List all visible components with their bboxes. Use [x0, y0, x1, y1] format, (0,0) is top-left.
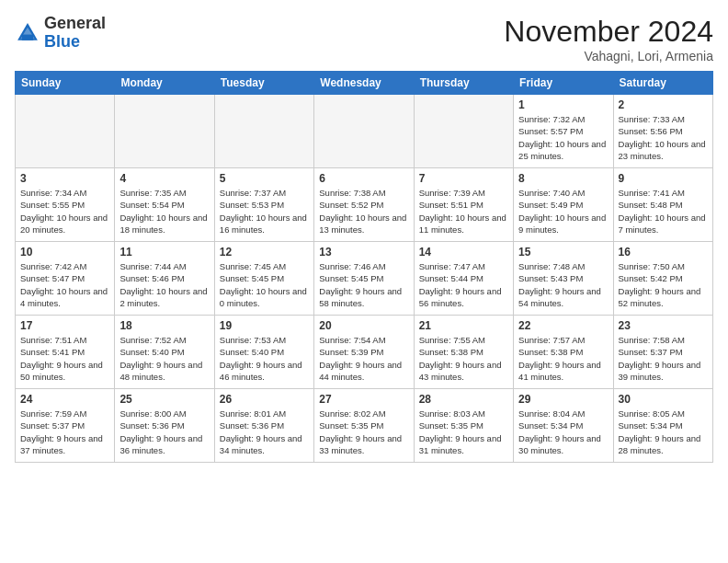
day-number: 8 [518, 172, 608, 185]
calendar-day-empty [414, 95, 513, 168]
day-info: Sunrise: 7:58 AM Sunset: 5:37 PM Dayligh… [619, 334, 708, 383]
day-number: 24 [20, 393, 109, 406]
day-info: Sunrise: 7:53 AM Sunset: 5:40 PM Dayligh… [220, 334, 309, 383]
calendar-day-12: 12Sunrise: 7:45 AM Sunset: 5:45 PM Dayli… [214, 242, 313, 316]
day-info: Sunrise: 7:48 AM Sunset: 5:43 PM Dayligh… [518, 260, 608, 309]
day-info: Sunrise: 7:52 AM Sunset: 5:40 PM Dayligh… [119, 334, 209, 383]
weekday-header-row: SundayMondayTuesdayWednesdayThursdayFrid… [16, 72, 713, 95]
day-info: Sunrise: 8:01 AM Sunset: 5:36 PM Dayligh… [220, 408, 309, 456]
day-number: 6 [319, 172, 408, 185]
calendar-day-empty [314, 95, 414, 168]
day-number: 14 [419, 246, 508, 259]
day-number: 11 [119, 246, 209, 259]
day-info: Sunrise: 7:47 AM Sunset: 5:44 PM Dayligh… [419, 260, 508, 309]
day-number: 20 [319, 319, 408, 332]
calendar-day-17: 17Sunrise: 7:51 AM Sunset: 5:41 PM Dayli… [16, 316, 115, 389]
day-info: Sunrise: 8:05 AM Sunset: 5:34 PM Dayligh… [619, 408, 708, 456]
calendar-day-6: 6Sunrise: 7:38 AM Sunset: 5:52 PM Daylig… [314, 168, 414, 242]
day-number: 10 [20, 246, 109, 259]
day-info: Sunrise: 7:44 AM Sunset: 5:46 PM Dayligh… [119, 260, 209, 309]
logo: General Blue [15, 15, 106, 52]
day-number: 23 [619, 319, 708, 332]
calendar-day-8: 8Sunrise: 7:40 AM Sunset: 5:49 PM Daylig… [514, 168, 613, 242]
calendar-day-30: 30Sunrise: 8:05 AM Sunset: 5:34 PM Dayli… [613, 389, 712, 463]
weekday-header-monday: Monday [115, 72, 214, 95]
day-info: Sunrise: 7:35 AM Sunset: 5:54 PM Dayligh… [119, 187, 209, 236]
logo-blue-text: Blue [44, 32, 80, 51]
day-info: Sunrise: 7:57 AM Sunset: 5:38 PM Dayligh… [518, 334, 608, 383]
weekday-header-saturday: Saturday [613, 72, 712, 95]
day-number: 22 [518, 319, 608, 332]
calendar-day-3: 3Sunrise: 7:34 AM Sunset: 5:55 PM Daylig… [16, 168, 115, 242]
day-number: 21 [419, 319, 508, 332]
day-info: Sunrise: 8:02 AM Sunset: 5:35 PM Dayligh… [319, 408, 408, 456]
weekday-header-friday: Friday [514, 72, 613, 95]
calendar-day-11: 11Sunrise: 7:44 AM Sunset: 5:46 PM Dayli… [115, 242, 214, 316]
day-number: 1 [518, 98, 608, 111]
day-number: 7 [419, 172, 508, 185]
calendar-day-9: 9Sunrise: 7:41 AM Sunset: 5:48 PM Daylig… [613, 168, 712, 242]
day-number: 15 [518, 246, 608, 259]
day-info: Sunrise: 7:32 AM Sunset: 5:57 PM Dayligh… [518, 113, 608, 162]
calendar-day-20: 20Sunrise: 7:54 AM Sunset: 5:39 PM Dayli… [314, 316, 414, 389]
logo-general-text: General [44, 14, 106, 32]
calendar-week-row: 24Sunrise: 7:59 AM Sunset: 5:37 PM Dayli… [16, 389, 713, 463]
weekday-header-sunday: Sunday [16, 72, 115, 95]
title-block: November 2024 Vahagni, Lori, Armenia [504, 15, 713, 63]
day-info: Sunrise: 7:34 AM Sunset: 5:55 PM Dayligh… [20, 187, 109, 236]
day-number: 30 [619, 393, 708, 406]
day-info: Sunrise: 7:55 AM Sunset: 5:38 PM Dayligh… [419, 334, 508, 383]
weekday-header-tuesday: Tuesday [214, 72, 313, 95]
logo-icon [15, 20, 40, 46]
calendar-table: SundayMondayTuesdayWednesdayThursdayFrid… [15, 71, 713, 463]
calendar-day-10: 10Sunrise: 7:42 AM Sunset: 5:47 PM Dayli… [16, 242, 115, 316]
calendar-day-7: 7Sunrise: 7:39 AM Sunset: 5:51 PM Daylig… [414, 168, 513, 242]
calendar-day-empty [115, 95, 214, 168]
day-number: 5 [220, 172, 309, 185]
day-info: Sunrise: 7:37 AM Sunset: 5:53 PM Dayligh… [220, 187, 309, 236]
day-info: Sunrise: 7:41 AM Sunset: 5:48 PM Dayligh… [619, 187, 708, 236]
day-number: 4 [119, 172, 209, 185]
day-number: 2 [619, 98, 708, 111]
calendar-week-row: 10Sunrise: 7:42 AM Sunset: 5:47 PM Dayli… [16, 242, 713, 316]
svg-rect-2 [22, 34, 33, 40]
calendar-week-row: 17Sunrise: 7:51 AM Sunset: 5:41 PM Dayli… [16, 316, 713, 389]
day-number: 29 [518, 393, 608, 406]
calendar-day-5: 5Sunrise: 7:37 AM Sunset: 5:53 PM Daylig… [214, 168, 313, 242]
day-info: Sunrise: 7:46 AM Sunset: 5:45 PM Dayligh… [319, 260, 408, 309]
day-info: Sunrise: 8:04 AM Sunset: 5:34 PM Dayligh… [518, 408, 608, 456]
day-info: Sunrise: 7:33 AM Sunset: 5:56 PM Dayligh… [619, 113, 708, 162]
calendar-day-23: 23Sunrise: 7:58 AM Sunset: 5:37 PM Dayli… [613, 316, 712, 389]
calendar-day-18: 18Sunrise: 7:52 AM Sunset: 5:40 PM Dayli… [115, 316, 214, 389]
day-number: 9 [619, 172, 708, 185]
day-number: 3 [20, 172, 109, 185]
calendar-day-26: 26Sunrise: 8:01 AM Sunset: 5:36 PM Dayli… [214, 389, 313, 463]
weekday-header-thursday: Thursday [414, 72, 513, 95]
day-info: Sunrise: 8:03 AM Sunset: 5:35 PM Dayligh… [419, 408, 508, 456]
page-header: General Blue November 2024 Vahagni, Lori… [15, 15, 713, 63]
day-number: 19 [220, 319, 309, 332]
location-text: Vahagni, Lori, Armenia [504, 49, 713, 63]
calendar-day-27: 27Sunrise: 8:02 AM Sunset: 5:35 PM Dayli… [314, 389, 414, 463]
day-info: Sunrise: 7:51 AM Sunset: 5:41 PM Dayligh… [20, 334, 109, 383]
calendar-day-16: 16Sunrise: 7:50 AM Sunset: 5:42 PM Dayli… [613, 242, 712, 316]
calendar-day-22: 22Sunrise: 7:57 AM Sunset: 5:38 PM Dayli… [514, 316, 613, 389]
calendar-day-28: 28Sunrise: 8:03 AM Sunset: 5:35 PM Dayli… [414, 389, 513, 463]
day-info: Sunrise: 7:45 AM Sunset: 5:45 PM Dayligh… [220, 260, 309, 309]
day-info: Sunrise: 7:42 AM Sunset: 5:47 PM Dayligh… [20, 260, 109, 309]
calendar-day-21: 21Sunrise: 7:55 AM Sunset: 5:38 PM Dayli… [414, 316, 513, 389]
day-number: 27 [319, 393, 408, 406]
day-info: Sunrise: 7:40 AM Sunset: 5:49 PM Dayligh… [518, 187, 608, 236]
calendar-day-4: 4Sunrise: 7:35 AM Sunset: 5:54 PM Daylig… [115, 168, 214, 242]
day-info: Sunrise: 7:39 AM Sunset: 5:51 PM Dayligh… [419, 187, 508, 236]
day-number: 25 [119, 393, 209, 406]
calendar-week-row: 3Sunrise: 7:34 AM Sunset: 5:55 PM Daylig… [16, 168, 713, 242]
day-info: Sunrise: 8:00 AM Sunset: 5:36 PM Dayligh… [119, 408, 209, 456]
calendar-day-13: 13Sunrise: 7:46 AM Sunset: 5:45 PM Dayli… [314, 242, 414, 316]
calendar-day-empty [214, 95, 313, 168]
day-number: 28 [419, 393, 508, 406]
day-info: Sunrise: 7:54 AM Sunset: 5:39 PM Dayligh… [319, 334, 408, 383]
day-number: 13 [319, 246, 408, 259]
month-title: November 2024 [504, 15, 713, 49]
calendar-week-row: 1Sunrise: 7:32 AM Sunset: 5:57 PM Daylig… [16, 95, 713, 168]
